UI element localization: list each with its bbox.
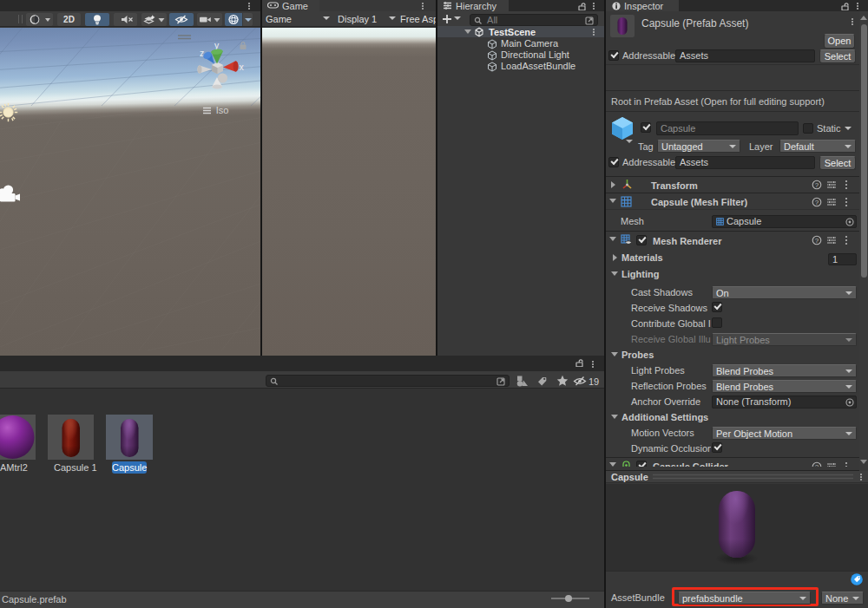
svg-text:?: ? <box>815 237 819 245</box>
svg-text:?: ? <box>815 463 819 467</box>
svg-text:?: ? <box>815 181 819 189</box>
svg-text:y: y <box>214 40 220 50</box>
svg-text:?: ? <box>815 199 819 206</box>
svg-text:x: x <box>240 62 245 72</box>
